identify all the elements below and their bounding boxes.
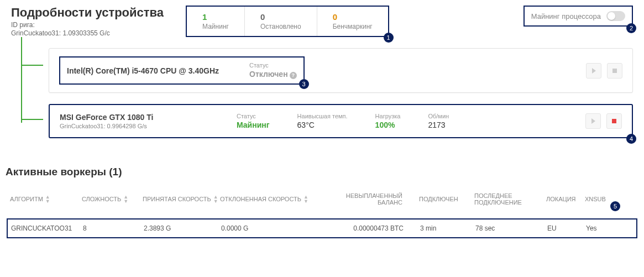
cpu-mining-toggle-wrap: Майнинг процессора <box>523 6 633 27</box>
col-algorithm[interactable]: АЛГОРИТМ▲▼ <box>10 195 82 203</box>
cell-algorithm: GRINCUCKATOO31 <box>11 224 83 232</box>
tree-branch <box>21 119 43 120</box>
sort-icon: ▲▼ <box>213 195 218 203</box>
cpu-status-label: Статус <box>249 62 297 69</box>
rig-hashrate: GrinCuckatoo31: 1.09303355 G/c <box>11 29 164 37</box>
annotation-badge-3: 3 <box>299 79 309 89</box>
stat-stopped: 0 Остановлено <box>245 7 317 36</box>
stop-button[interactable] <box>607 63 622 79</box>
play-icon <box>592 68 596 74</box>
cell-accepted: 2.3893 G <box>144 224 221 232</box>
cell-difficulty: 8 <box>83 224 144 232</box>
stat-mining: 1 Майнинг <box>187 7 245 36</box>
cpu-device-card[interactable]: Intel(R) Core(TM) i5-4670 CPU @ 3.40GHz … <box>49 48 633 93</box>
col-rejected-speed[interactable]: ОТКЛОНЕННАЯ СКОРОСТЬ▲▼ <box>220 195 325 203</box>
table-header: АЛГОРИТМ▲▼ СЛОЖНОСТЬ▲▼ ПРИНЯТАЯ СКОРОСТЬ… <box>7 188 637 211</box>
cell-balance: 0.00000473 BTC <box>326 224 420 232</box>
gpu-temp-label: Наивысшая темп. <box>297 113 348 119</box>
play-button[interactable] <box>586 63 601 79</box>
gpu-load-label: Нагрузка <box>375 113 401 119</box>
tree-branch <box>21 65 43 66</box>
cell-connected: 3 min <box>420 224 475 232</box>
tree-line <box>21 37 22 123</box>
workers-table: АЛГОРИТМ▲▼ СЛОЖНОСТЬ▲▼ ПРИНЯТАЯ СКОРОСТЬ… <box>0 188 644 242</box>
cpu-mining-toggle[interactable] <box>606 11 625 21</box>
sort-icon: ▲▼ <box>45 195 50 203</box>
cell-last: 78 sec <box>475 224 547 232</box>
annotation-badge-5: 5 <box>610 201 620 211</box>
cell-rejected: 0.0000 G <box>221 224 326 232</box>
cell-xnsub: Yes <box>586 224 619 232</box>
col-unpaid-balance[interactable]: НЕВЫПЛАЧЕННЫЙ БАЛАНС <box>325 192 419 206</box>
gpu-hashrate: GrinCuckatoo31: 0.9964298 G/s <box>60 123 237 129</box>
gpu-load-value: 100% <box>375 121 401 129</box>
cpu-status-value: Отключен? <box>249 70 297 79</box>
gpu-device-card[interactable]: MSI GeForce GTX 1080 Ti GrinCuckatoo31: … <box>49 104 633 138</box>
stop-button[interactable] <box>606 113 622 129</box>
col-location[interactable]: ЛОКАЦИЯ <box>546 196 585 202</box>
cell-location: EU <box>547 224 586 232</box>
play-button[interactable] <box>585 113 601 129</box>
col-connected[interactable]: ПОДКЛЮЧЕН <box>419 196 474 202</box>
sort-icon: ▲▼ <box>303 195 308 203</box>
page-title: Подробности устройства <box>11 6 164 20</box>
col-accepted-speed[interactable]: ПРИНЯТАЯ СКОРОСТЬ▲▼ <box>143 195 220 203</box>
rig-id-line: ID рига: <box>11 21 164 29</box>
col-last-connection[interactable]: ПОСЛЕДНЕЕ ПОДКЛЮЧЕНИЕ <box>474 192 546 206</box>
device-details-block: Подробности устройства ID рига: GrinCuck… <box>11 6 164 37</box>
gpu-rpm-label: Об/мин <box>428 113 449 119</box>
col-xnsub[interactable]: XNSUB 5 <box>585 196 618 202</box>
mining-stats-panel: 1 Майнинг 0 Остановлено 0 Бенчмаркинг <box>186 6 389 37</box>
help-icon[interactable]: ? <box>290 72 297 79</box>
stop-icon <box>612 69 617 73</box>
sort-icon: ▲▼ <box>123 195 128 203</box>
annotation-badge-4: 4 <box>626 134 636 144</box>
stop-icon <box>612 119 616 123</box>
gpu-temp-value: 63°C <box>297 121 348 129</box>
gpu-name: MSI GeForce GTX 1080 Ti <box>60 113 237 122</box>
col-difficulty[interactable]: СЛОЖНОСТЬ▲▼ <box>82 195 143 203</box>
gpu-status-value: Майнинг <box>237 121 270 129</box>
active-workers-title: Активные воркеры (1) <box>0 155 644 188</box>
gpu-rpm-value: 2173 <box>428 121 449 129</box>
cpu-name: Intel(R) Core(TM) i5-4670 CPU @ 3.40GHz <box>67 66 244 75</box>
play-icon <box>591 118 595 124</box>
cpu-mining-label: Майнинг процессора <box>531 12 601 20</box>
stat-benchmarking: 0 Бенчмаркинг <box>317 7 388 36</box>
gpu-status-label: Статус <box>237 113 270 119</box>
worker-row[interactable]: GRINCUCKATOO31 8 2.3893 G 0.0000 G 0.000… <box>7 218 637 238</box>
annotation-badge-2: 2 <box>626 23 636 33</box>
